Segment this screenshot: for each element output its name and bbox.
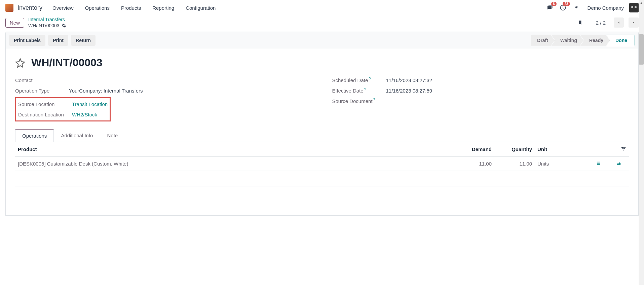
bookmark-icon[interactable] (578, 20, 582, 26)
pager-text[interactable]: 2 / 2 (596, 20, 606, 26)
nav-operations[interactable]: Operations (80, 3, 114, 13)
operations-table: Product Demand Quantity Unit [DESK0005] … (15, 142, 629, 202)
status-draft: Draft (531, 35, 555, 46)
messages-badge: 6 (551, 2, 557, 6)
col-demand[interactable]: Demand (447, 142, 494, 157)
pager-prev-button[interactable] (614, 17, 624, 28)
effective-date-value: 11/16/2023 08:27:59 (386, 88, 432, 94)
col-product[interactable]: Product (15, 142, 447, 157)
tab-additional-info[interactable]: Additional Info (54, 129, 100, 142)
tools-icon[interactable] (572, 3, 581, 12)
nav-products[interactable]: Products (116, 3, 146, 13)
topbar: Inventory Overview Operations Products R… (0, 0, 644, 15)
status-pipe: Draft Waiting Ready Done (531, 35, 635, 46)
activities-icon[interactable]: 23 (559, 3, 567, 12)
help-icon[interactable]: ? (369, 77, 371, 81)
breadcrumb-current: WH/INT/00003 (28, 23, 60, 28)
highlight-box: Source Location Transit Location Destina… (15, 97, 111, 121)
table-row[interactable]: [DESK0005] Customizable Desk (Custom, Wh… (15, 157, 629, 171)
table-row-empty (15, 186, 629, 202)
return-button[interactable]: Return (71, 35, 96, 46)
nav-reporting[interactable]: Reporting (148, 3, 179, 13)
pager-next-button[interactable] (629, 17, 639, 28)
status-done: Done (606, 35, 635, 46)
cell-quantity: 11.00 (494, 157, 535, 171)
source-location-label: Source Location (18, 101, 72, 107)
help-icon[interactable]: ? (364, 87, 366, 91)
star-icon[interactable] (15, 58, 25, 68)
cell-demand: 11.00 (447, 157, 494, 171)
status-ready: Ready (580, 35, 610, 46)
tabs: Operations Additional Info Note (15, 129, 629, 142)
contact-label: Contact (15, 77, 69, 83)
formsheet: WH/INT/00003 Contact Operation Type Your… (5, 49, 639, 216)
col-quantity[interactable]: Quantity (494, 142, 535, 157)
svg-point-1 (622, 147, 623, 148)
operation-type-label: Operation Type (15, 88, 69, 94)
actionbar: Print Labels Print Return Draft Waiting … (5, 32, 639, 49)
forecast-icon[interactable] (616, 161, 622, 167)
source-document-label: Source Document? (332, 98, 386, 104)
table-row-empty (15, 171, 629, 186)
scheduled-date-value[interactable]: 11/16/2023 08:27:32 (386, 77, 432, 83)
destination-location-value[interactable]: WH2/Stock (72, 112, 97, 117)
source-location-value[interactable]: Transit Location (72, 101, 108, 107)
operation-type-value: YourCompany: Internal Transfers (69, 88, 143, 94)
crumbbar: New Internal Transfers WH/INT/00003 2 / … (0, 15, 644, 32)
app-icon[interactable] (5, 4, 13, 12)
scroll-thumb[interactable] (639, 34, 644, 65)
svg-point-2 (624, 148, 625, 149)
breadcrumb-parent[interactable]: Internal Transfers (28, 17, 66, 22)
avatar[interactable] (629, 3, 639, 12)
company-name[interactable]: Demo Company (588, 5, 624, 11)
print-labels-button[interactable]: Print Labels (9, 35, 45, 46)
svg-point-3 (623, 150, 624, 151)
col-unit[interactable]: Unit (535, 142, 589, 157)
tab-operations[interactable]: Operations (15, 129, 54, 142)
nav-configuration[interactable]: Configuration (181, 3, 220, 13)
status-waiting: Waiting (551, 35, 583, 46)
scrollbar[interactable]: ▲ (639, 0, 644, 221)
messages-icon[interactable]: 6 (545, 3, 554, 12)
activities-badge: 23 (563, 2, 570, 6)
scheduled-date-label: Scheduled Date? (332, 77, 386, 83)
list-icon[interactable] (596, 161, 602, 167)
adjust-columns-icon[interactable] (621, 146, 626, 152)
scroll-up-icon[interactable]: ▲ (639, 0, 644, 5)
cell-unit: Units (535, 157, 589, 171)
nav-overview[interactable]: Overview (48, 3, 78, 13)
page-title: WH/INT/00003 (31, 57, 103, 69)
print-button[interactable]: Print (48, 35, 68, 46)
app-name[interactable]: Inventory (17, 4, 42, 11)
help-icon[interactable]: ? (373, 98, 375, 102)
tab-note[interactable]: Note (100, 129, 125, 142)
cell-product[interactable]: [DESK0005] Customizable Desk (Custom, Wh… (15, 157, 447, 171)
new-button[interactable]: New (5, 18, 24, 28)
gear-icon[interactable] (62, 23, 66, 28)
destination-location-label: Destination Location (18, 112, 72, 117)
effective-date-label: Effective Date? (332, 88, 386, 94)
